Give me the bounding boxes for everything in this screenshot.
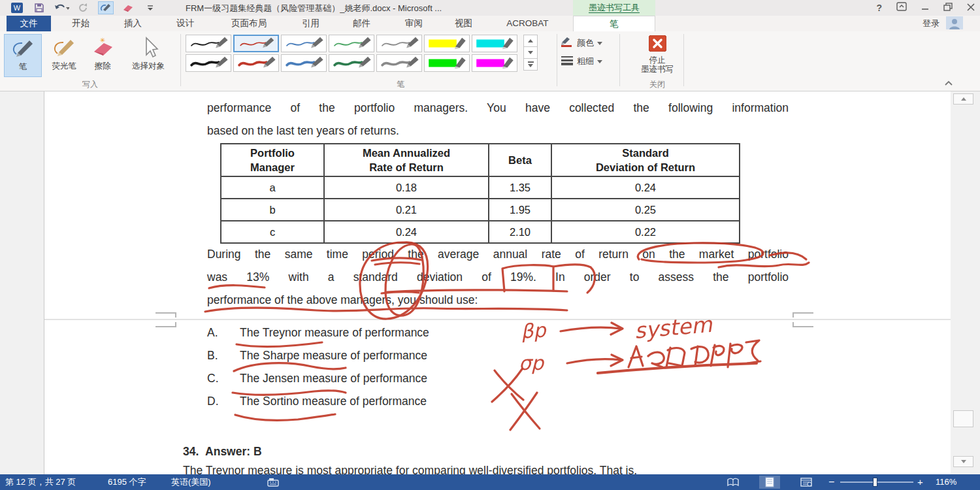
pen-style-green-thick[interactable]: [329, 54, 374, 72]
pen-style-green-highlighter[interactable]: [424, 54, 470, 72]
print-layout-icon[interactable]: [759, 476, 780, 489]
pen-style-blue-fine[interactable]: [281, 35, 327, 52]
pen-gallery-grid: [186, 35, 520, 72]
pen-style-magenta-highlighter[interactable]: [472, 54, 517, 72]
web-layout-icon[interactable]: [796, 476, 817, 489]
zoom-slider-thumb[interactable]: [873, 478, 877, 487]
contextual-tab-header: 墨迹书写工具: [573, 0, 655, 16]
proofing-status-icon[interactable]: [265, 476, 281, 489]
status-bar: 第 12 页，共 27 页 6195 个字 英语(美国) − + 116%: [0, 474, 980, 490]
tab-insert[interactable]: 插入: [115, 16, 151, 31]
page-indicator[interactable]: 第 12 页，共 27 页: [5, 474, 76, 490]
paragraph-line: performance of the above managers, you s…: [207, 293, 478, 307]
title-bar: W FRM一级习题集经典题（风险管理基础）_姚老师.docx - Microso…: [0, 0, 980, 16]
pen-style-black-thick[interactable]: [186, 54, 231, 72]
table-header-cell: Standard Deviation of Return: [551, 144, 740, 176]
scrollbar-thumb[interactable]: [953, 410, 973, 427]
select-cursor-icon: [135, 36, 161, 59]
pen-icon: [10, 37, 36, 60]
undo-icon[interactable]: [54, 1, 69, 14]
redo-icon: [76, 1, 91, 14]
pen-style-red-fine[interactable]: [233, 35, 279, 52]
option-A: A.The Treynor measure of performance: [207, 326, 429, 340]
thickness-icon: [561, 56, 574, 67]
scroll-down-icon[interactable]: [953, 456, 973, 467]
thickness-button[interactable]: 粗细: [561, 54, 602, 69]
table-row: b0.211.950.25: [221, 199, 740, 221]
tab-file[interactable]: 文件: [7, 16, 51, 31]
table-cell: 2.10: [489, 221, 551, 243]
tab-mailings[interactable]: 邮件: [344, 16, 380, 31]
help-icon[interactable]: ?: [876, 3, 882, 13]
read-mode-icon[interactable]: [723, 476, 743, 489]
table-row: a0.181.350.24: [221, 176, 740, 199]
restore-icon[interactable]: [943, 2, 953, 14]
user-avatar[interactable]: [946, 16, 963, 31]
pen-style-gray-fine[interactable]: [376, 35, 422, 52]
table-body: a0.181.350.24b0.211.950.25c0.242.100.22: [221, 176, 740, 243]
qat-eraser-icon[interactable]: [120, 1, 136, 14]
document-area: performance of the portfolio managers. Y…: [0, 91, 980, 474]
close-icon[interactable]: [967, 2, 975, 14]
gallery-more-icon[interactable]: [523, 58, 538, 71]
tab-page-layout[interactable]: 页面布局: [220, 16, 278, 31]
word-count[interactable]: 6195 个字: [108, 474, 146, 490]
pen-style-cyan-highlighter[interactable]: [472, 35, 517, 52]
ribbon-tab-row: 文件开始插入设计页面布局引用邮件审阅视图ACROBAT笔 登录: [0, 16, 980, 31]
svg-text:✳: ✳: [100, 37, 105, 44]
pen-style-yellow-highlighter[interactable]: [424, 35, 470, 52]
pen-style-red-thick[interactable]: [233, 54, 279, 72]
customize-qat-icon[interactable]: [142, 1, 158, 14]
gallery-scroll-down-icon[interactable]: [523, 46, 538, 59]
save-icon[interactable]: [31, 1, 47, 14]
pen-style-green-fine[interactable]: [329, 35, 374, 52]
language-indicator[interactable]: 英语(美国): [171, 474, 211, 490]
tab-references[interactable]: 引用: [293, 16, 329, 31]
tab-acrobat[interactable]: ACROBAT: [497, 16, 559, 31]
tab-design[interactable]: 设计: [167, 16, 203, 31]
tab-view[interactable]: 视图: [446, 16, 482, 31]
pen-style-blue-thick[interactable]: [281, 54, 327, 72]
pen-style-gray-thick[interactable]: [376, 54, 422, 72]
collapse-ribbon-icon[interactable]: [941, 77, 956, 89]
group-label-pens: 笔: [361, 79, 440, 90]
paragraph-line: During the same time period the average …: [207, 248, 789, 261]
vertical-scrollbar[interactable]: [951, 91, 980, 474]
gallery-scroll-up-icon[interactable]: [523, 35, 538, 47]
zoom-out-button[interactable]: −: [828, 474, 834, 490]
minimize-icon[interactable]: [921, 2, 929, 14]
paragraph-line: was 13% with a standard deviation of 19%…: [207, 270, 789, 284]
word-logo-icon[interactable]: W: [9, 1, 25, 14]
erase-tool-button[interactable]: ✳ 擦除: [86, 34, 120, 77]
pen-tool-button[interactable]: 笔: [4, 34, 42, 77]
scroll-up-icon[interactable]: [953, 93, 973, 105]
tab-review[interactable]: 审阅: [396, 16, 432, 31]
option-D: D.The Sortino measure of performance: [207, 395, 427, 408]
table-head: Portfolio ManagerMean Annualized Rate of…: [221, 144, 740, 176]
answer-explanation: The Treynor measure is most appropriate …: [183, 464, 637, 474]
table-header-cell: Mean Annualized Rate of Return: [324, 144, 489, 176]
ribbon-display-options-icon[interactable]: [896, 2, 907, 14]
stop-inking-button[interactable]: 停止 墨迹书写: [632, 33, 682, 78]
pen-style-black-fine[interactable]: [186, 35, 231, 52]
zoom-in-button[interactable]: +: [917, 474, 923, 490]
select-objects-button[interactable]: 选择对象: [122, 34, 175, 77]
tab-pen[interactable]: 笔: [573, 16, 655, 31]
highlighter-icon: [51, 36, 77, 59]
highlighter-tool-button[interactable]: 荧光笔: [44, 34, 84, 77]
color-icon: [561, 37, 574, 50]
tab-home[interactable]: 开始: [63, 16, 99, 31]
start-inking-icon[interactable]: [98, 1, 114, 14]
document-title: FRM一级习题集经典题（风险管理基础）_姚老师.docx - Microsoft…: [186, 3, 442, 14]
option-C: C.The Jensen measure of performance: [207, 372, 427, 385]
table-cell: 0.21: [324, 199, 489, 221]
color-button[interactable]: 颜色: [561, 35, 602, 51]
group-label-close: 关闭: [618, 79, 696, 90]
table-cell: 0.25: [551, 199, 740, 221]
table-cell: a: [221, 176, 324, 199]
table-cell: 0.24: [324, 221, 489, 243]
zoom-level[interactable]: 116%: [936, 474, 956, 490]
sign-in-link[interactable]: 登录: [923, 18, 939, 29]
quick-access-toolbar: W: [9, 0, 158, 16]
svg-text:W: W: [14, 4, 21, 12]
